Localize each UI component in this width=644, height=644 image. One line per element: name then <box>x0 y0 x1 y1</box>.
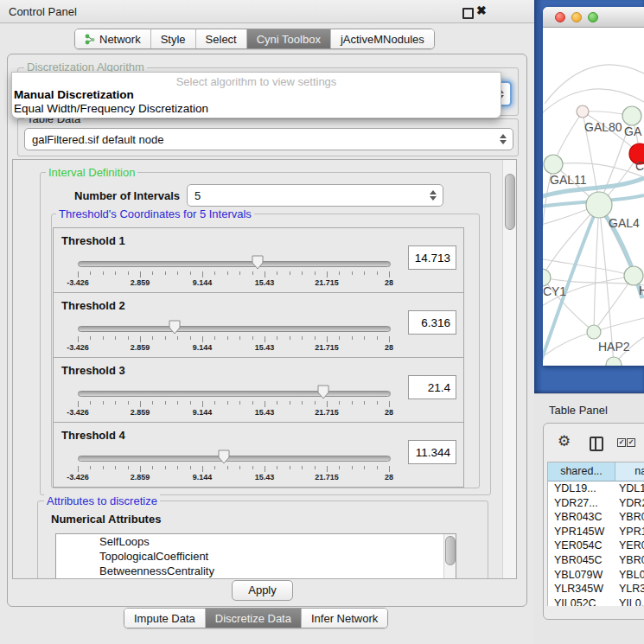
table-cell[interactable]: YPR145W <box>548 525 615 539</box>
tab-cyni-toolbox[interactable]: Cyni Toolbox <box>246 29 330 48</box>
threshold-slider[interactable]: -3.4262.8599.14415.4321.71528 <box>78 322 389 352</box>
threshold-slider[interactable]: -3.4262.8599.14415.4321.71528 <box>78 258 389 287</box>
close-traffic-light-icon[interactable] <box>555 12 565 22</box>
tab-jactivemnodules[interactable]: jActiveMNodules <box>330 29 434 48</box>
table-cell[interactable]: YBR0... <box>615 553 644 568</box>
float-window-icon[interactable] <box>462 8 474 19</box>
slider-track[interactable] <box>78 456 391 462</box>
slider-tick <box>177 336 178 340</box>
column-header-shared-name[interactable]: shared... <box>548 462 615 481</box>
network-node-gal80[interactable] <box>577 105 589 118</box>
table-row[interactable]: YIL052CYIL0... <box>548 596 644 606</box>
table-cell[interactable]: YDR27... <box>548 496 615 511</box>
attribute-list-item[interactable]: BetweennessCentrality <box>56 564 456 578</box>
close-icon[interactable]: ✖ <box>476 3 487 17</box>
table-cell[interactable]: YBR043C <box>548 510 615 525</box>
minimize-traffic-light-icon[interactable] <box>571 12 582 22</box>
tab-discretize-data[interactable]: Discretize Data <box>205 609 301 628</box>
settings-scrollpane: Interval Definition Number of Intervals … <box>12 159 517 579</box>
threshold-value-field[interactable]: 6.316 <box>408 310 456 335</box>
tab-network[interactable]: Network <box>75 29 150 48</box>
slider-tick-label: -3.426 <box>67 343 89 352</box>
table-cell[interactable]: YLR3... <box>615 582 644 596</box>
slider-tick <box>277 466 277 469</box>
threshold-slider[interactable]: -3.4262.8599.14415.4321.71528 <box>78 452 389 481</box>
slider-tick <box>352 401 353 405</box>
table-data-combo[interactable]: galFiltered.sif default node <box>24 128 513 150</box>
checkbox-icon[interactable]: ✓ <box>617 438 626 447</box>
checkbox-icon[interactable]: ✓ <box>627 438 635 447</box>
network-node-gal4[interactable] <box>586 192 612 218</box>
table-cell[interactable]: YBR045C <box>548 553 615 568</box>
table-row[interactable]: YLR345WYLR3... <box>548 582 644 596</box>
slider-tick <box>327 401 328 407</box>
apply-button[interactable]: Apply <box>232 580 293 601</box>
table-panel-area: Table Panel ⚙ ✓ ✓ shared... na... YDL19.… <box>534 393 644 644</box>
table-cell[interactable]: YBL079W <box>548 568 615 583</box>
dropdown-item-equal-width-frequency[interactable]: Equal Width/Frequency Discretization <box>14 102 208 115</box>
slider-tick <box>190 466 191 469</box>
tab-select[interactable]: Select <box>195 29 246 48</box>
table-row[interactable]: YDR27...YDR2... <box>548 496 644 511</box>
columns-icon[interactable] <box>590 437 603 451</box>
attribute-list-item[interactable]: SelfLoops <box>56 534 456 549</box>
table-row[interactable]: YDL19...YDL1... <box>548 481 644 496</box>
slider-track[interactable] <box>78 391 391 397</box>
slider-track[interactable] <box>78 326 391 332</box>
table-cell[interactable]: YER054C <box>548 539 615 553</box>
attributes-scrollbar-thumb[interactable] <box>445 536 456 565</box>
slider-thumb[interactable] <box>252 255 264 270</box>
interval-definition-legend: Interval Definition <box>46 166 137 179</box>
gear-icon[interactable]: ⚙ <box>558 434 571 449</box>
slider-tick <box>277 271 277 275</box>
attribute-list-item[interactable]: TopologicalCoefficient <box>56 549 456 564</box>
network-node-hap2[interactable] <box>587 325 601 339</box>
table-cell[interactable]: YBR0... <box>615 510 644 525</box>
network-window-titlebar[interactable] <box>543 7 644 28</box>
threshold-2-panel: Threshold 2-3.4262.8599.14415.4321.71528… <box>53 292 464 358</box>
attributes-scrollbar-track[interactable] <box>443 534 456 578</box>
settings-scrollbar-thumb[interactable] <box>505 174 515 230</box>
slider-thumb[interactable] <box>317 385 329 399</box>
threshold-value-field[interactable]: 11.344 <box>408 440 456 464</box>
dropdown-item-manual-discretization[interactable]: Manual Discretization <box>14 88 134 101</box>
table-cell[interactable]: YDL19... <box>548 481 615 496</box>
column-header-name[interactable]: na... <box>615 462 644 481</box>
network-node-ga[interactable] <box>622 106 641 125</box>
slider-tick <box>290 271 290 275</box>
threshold-slider[interactable]: -3.4262.8599.14415.4321.71528 <box>78 387 389 417</box>
slider-tick <box>177 271 178 275</box>
slider-track[interactable] <box>78 261 391 267</box>
numerical-attributes-list[interactable]: SelfLoopsTopologicalCoefficientBetweenne… <box>55 533 456 579</box>
table-cell[interactable]: YDR2... <box>615 496 644 511</box>
table-row[interactable]: YBR043CYBR0... <box>548 510 644 525</box>
network-node-label: GAL80 <box>584 120 622 134</box>
network-node-gal11[interactable] <box>544 155 563 174</box>
table-cell[interactable]: YDL1... <box>615 481 644 496</box>
slider-thumb[interactable] <box>169 320 181 335</box>
table-cell[interactable]: YIL0... <box>615 596 644 606</box>
table-cell[interactable]: YIL052C <box>548 596 615 606</box>
number-of-intervals-combo[interactable]: 5 <box>187 184 443 207</box>
module-tab-bar: NetworkStyleSelectCyni ToolboxjActiveMNo… <box>74 29 435 49</box>
settings-scrollbar-track[interactable] <box>502 160 516 578</box>
table-row[interactable]: YER054CYER0... <box>548 539 644 553</box>
algorithm-dropdown-popup: Select algorithm to view settings Manual… <box>11 72 501 118</box>
threshold-value-field[interactable]: 14.713 <box>408 245 456 270</box>
network-node-h[interactable] <box>624 266 643 285</box>
table-row[interactable]: YBR045CYBR0... <box>548 553 644 568</box>
slider-tick <box>364 401 365 405</box>
zoom-traffic-light-icon[interactable] <box>588 12 598 22</box>
table-cell[interactable]: YER0... <box>615 539 644 553</box>
table-cell[interactable]: YLR345W <box>548 582 615 596</box>
table-row[interactable]: YBL079WYBL0... <box>548 568 644 583</box>
table-cell[interactable]: YBL0... <box>615 568 644 583</box>
table-cell[interactable]: YPR1... <box>615 525 644 539</box>
threshold-value-field[interactable]: 21.4 <box>408 375 456 399</box>
slider-thumb[interactable] <box>218 450 230 464</box>
tab-style[interactable]: Style <box>150 29 195 48</box>
table-row[interactable]: YPR145WYPR1... <box>548 525 644 539</box>
network-canvas[interactable]: GAL80GACGAL11GAL4GCY1HHAP2 <box>543 28 644 366</box>
tab-infer-network[interactable]: Infer Network <box>301 609 387 628</box>
tab-impute-data[interactable]: Impute Data <box>124 609 205 628</box>
